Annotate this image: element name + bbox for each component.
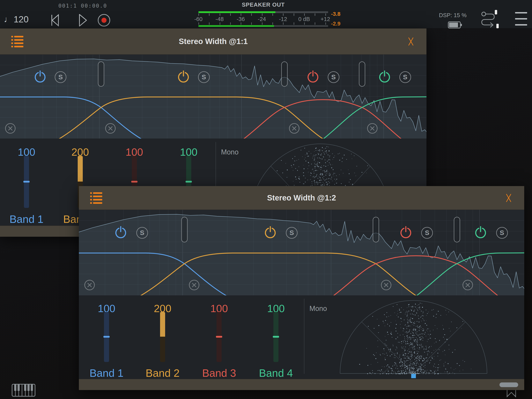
band-label: Band 2 — [132, 367, 194, 379]
mono-label: Mono — [221, 148, 239, 156]
plugin-window-2: Stereo Width @1:2 S S S S 100 B — [79, 186, 524, 390]
band-controls: 100 Band 1 200 Band 2 100 Band 3 100 Ban… — [79, 295, 524, 379]
crossover-frequency-handle[interactable] — [282, 62, 287, 86]
top-bar: ♩ 120 001:1 00:00.0 SPEAKER OUT -60-48-3… — [0, 0, 532, 28]
meter-bar-right — [198, 25, 328, 27]
slider-handle[interactable] — [23, 181, 30, 183]
delete-band-icon-1[interactable] — [84, 280, 95, 290]
solo-icon-band1[interactable]: S — [55, 71, 66, 83]
solo-icon-band1[interactable]: S — [136, 227, 148, 239]
delete-band-icon-4[interactable] — [367, 123, 378, 134]
power-icon-band1[interactable] — [33, 71, 47, 84]
close-icon[interactable] — [407, 37, 415, 46]
crossover-frequency-handle[interactable] — [182, 217, 187, 242]
power-icon-band3[interactable] — [306, 71, 320, 84]
peak-readout-right: -2.9 — [331, 21, 345, 27]
meter-bar-left — [198, 11, 328, 13]
width-slider-band1[interactable] — [104, 312, 109, 362]
tempo-value: 120 — [14, 14, 29, 25]
band-label: Band 4 — [245, 367, 307, 379]
crossover-frequency-handle[interactable] — [454, 217, 460, 242]
quarter-note-icon: ♩ — [4, 14, 13, 24]
crossover-frequency-handle[interactable] — [373, 217, 379, 242]
meter-ticks-top — [198, 13, 328, 16]
band-label: Band 3 — [188, 367, 250, 379]
slider-handle[interactable] — [216, 336, 222, 338]
power-icon-band3[interactable] — [399, 226, 412, 239]
window-header: Stereo Width @1:2 — [79, 186, 524, 210]
spectrum-display: S S S S — [79, 210, 524, 295]
width-slider-band1[interactable] — [24, 156, 29, 208]
tempo-display[interactable]: ♩ 120 — [4, 14, 29, 25]
power-icon-band4[interactable] — [378, 71, 391, 84]
power-icon-band1[interactable] — [114, 226, 127, 239]
audio-routing-icon[interactable] — [479, 10, 499, 28]
meter-ticks-bottom — [198, 22, 328, 25]
dsp-load-label: DSP: 15 % — [434, 12, 471, 19]
peak-readout-left: -3.8 — [331, 11, 345, 17]
app-root: ♩ 120 001:1 00:00.0 SPEAKER OUT -60-48-3… — [0, 0, 532, 399]
panel-divider — [304, 299, 304, 374]
solo-icon-band3[interactable]: S — [328, 71, 339, 83]
skip-to-start-icon[interactable] — [49, 13, 65, 28]
meter-scale-labels: -60-48-36-24-120 dB+12 — [198, 16, 328, 22]
width-slider-band2[interactable] — [160, 312, 165, 362]
resize-handle[interactable] — [500, 382, 518, 387]
delete-band-icon-2[interactable] — [105, 123, 116, 134]
piano-keyboard-icon[interactable] — [12, 384, 35, 397]
window-title: Stereo Width @1:1 — [0, 37, 426, 46]
window-header: Stereo Width @1:1 — [0, 28, 426, 55]
delete-band-icon-3[interactable] — [289, 123, 300, 134]
slider-handle[interactable] — [186, 181, 192, 183]
mono-label: Mono — [310, 304, 327, 313]
delete-band-icon-3[interactable] — [381, 280, 392, 290]
solo-icon-band4[interactable]: S — [496, 227, 508, 239]
spectrum-display: S S S S — [0, 55, 426, 139]
solo-icon-band3[interactable]: S — [421, 227, 433, 239]
band-label: Band 1 — [79, 367, 138, 379]
correlation-marker[interactable] — [411, 374, 416, 378]
time-display[interactable]: 001:1 00:00.0 — [53, 3, 113, 9]
window-bottom-bar — [79, 379, 524, 390]
crossover-frequency-handle[interactable] — [98, 62, 104, 86]
bookmark-icon[interactable] — [506, 390, 516, 398]
delete-band-icon-1[interactable] — [5, 123, 16, 134]
slider-handle[interactable] — [131, 181, 138, 183]
solo-icon-band2[interactable]: S — [286, 227, 298, 239]
crossover-frequency-handle[interactable] — [359, 62, 365, 86]
record-icon[interactable] — [96, 13, 112, 28]
power-icon-band2[interactable] — [177, 71, 190, 84]
solo-icon-band4[interactable]: S — [399, 71, 411, 83]
delete-band-icon-2[interactable] — [189, 280, 200, 290]
solo-icon-band2[interactable]: S — [198, 71, 210, 83]
delete-band-icon-4[interactable] — [462, 280, 473, 290]
width-slider-band3[interactable] — [216, 312, 222, 362]
power-icon-band2[interactable] — [264, 226, 277, 239]
output-meter[interactable]: SPEAKER OUT -60-48-36-24-120 dB+12 — [198, 0, 328, 28]
battery-icon — [448, 21, 462, 28]
window-title: Stereo Width @1:2 — [79, 193, 524, 202]
width-slider-band4[interactable] — [273, 312, 279, 362]
menu-icon[interactable] — [515, 12, 527, 28]
slider-handle[interactable] — [103, 336, 110, 338]
meter-title: SPEAKER OUT — [198, 1, 328, 8]
close-icon[interactable] — [505, 193, 513, 203]
slider-handle[interactable] — [273, 336, 279, 338]
play-icon[interactable] — [74, 13, 91, 28]
power-icon-band4[interactable] — [474, 226, 487, 239]
